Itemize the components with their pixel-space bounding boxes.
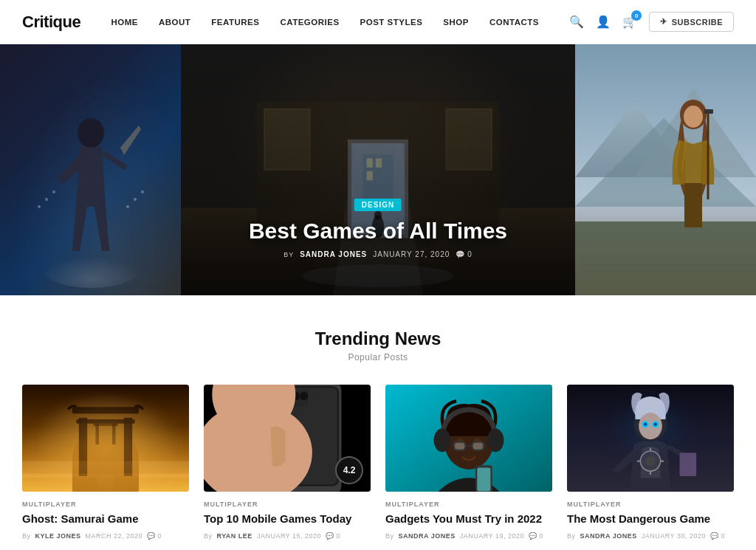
svg-point-5: [134, 198, 137, 201]
hero-title: Best Games of All Times: [201, 219, 556, 243]
nav-categories[interactable]: Categories: [280, 18, 339, 27]
right-slide-bg: [575, 44, 756, 295]
warrior-silhouette: [24, 89, 157, 295]
hero-slider: Design Best Games of All Times By Sandra…: [0, 44, 756, 295]
card-1-category: Multiplayer: [22, 501, 189, 508]
card-4-meta: By Sandra Jones January 30, 2020 💬 0: [567, 532, 734, 540]
cart-icon[interactable]: 🛒 0: [622, 15, 637, 29]
card-4-image: [567, 385, 734, 492]
header-actions: 🔍 👤 🛒 0 ✈ Subscribe: [569, 12, 734, 32]
trending-section: Trending News Popular Posts: [0, 295, 756, 550]
hero-author: Sandra Jones: [300, 250, 367, 258]
card-4-category: Multiplayer: [567, 501, 734, 508]
svg-rect-27: [575, 221, 756, 295]
svg-point-60: [487, 429, 504, 453]
svg-point-0: [39, 244, 142, 288]
svg-rect-41: [93, 424, 118, 426]
svg-rect-17: [367, 159, 373, 168]
hero-meta: By Sandra Jones January 27, 2020 💬 0: [201, 250, 556, 258]
svg-rect-34: [22, 385, 189, 492]
logo[interactable]: Critique: [22, 13, 80, 32]
svg-rect-64: [472, 442, 484, 450]
card-4-title: The Most Dangerous Game: [567, 512, 734, 526]
card-3-title: Gadgets You Must Try in 2022: [385, 512, 552, 526]
hero-slide-left[interactable]: [0, 44, 181, 295]
svg-point-6: [141, 190, 144, 193]
svg-point-1: [78, 118, 104, 148]
svg-rect-39: [124, 418, 132, 476]
section-header: Trending News Popular Posts: [22, 329, 734, 362]
user-icon[interactable]: 👤: [596, 15, 611, 29]
hero-content: Design Best Games of All Times By Sandra…: [201, 197, 556, 258]
svg-rect-63: [454, 442, 466, 450]
svg-rect-32: [684, 183, 693, 227]
cards-grid: Multiplayer Ghost: Samurai Game By Kyle …: [22, 385, 734, 540]
svg-rect-44: [22, 461, 189, 478]
cart-badge: 0: [631, 10, 642, 21]
svg-rect-43: [112, 424, 116, 444]
search-icon[interactable]: 🔍: [569, 15, 584, 29]
card-1-meta: By Kyle Jones March 22, 2020 💬 0: [22, 532, 189, 540]
svg-rect-18: [376, 159, 382, 168]
card-4-comments: 💬 0: [710, 532, 725, 540]
svg-rect-33: [693, 183, 702, 227]
nav-contacts[interactable]: Contacts: [489, 18, 539, 27]
svg-rect-36: [72, 407, 139, 413]
hero-slide-right[interactable]: [575, 44, 756, 295]
main-nav: Home About Features Categories Post Styl…: [111, 18, 539, 27]
svg-point-53: [300, 392, 308, 400]
nav-features[interactable]: Features: [211, 18, 259, 27]
card-2-rating: 4.2: [335, 456, 363, 484]
card-2-title: Top 10 Mobile Games Today: [204, 512, 371, 526]
card-2-category: Multiplayer: [204, 501, 371, 508]
hero-tag: Design: [354, 199, 402, 211]
hero-date: January 27, 2020: [373, 250, 450, 258]
svg-rect-11: [264, 109, 310, 170]
svg-rect-80: [567, 385, 734, 492]
svg-point-4: [38, 205, 41, 208]
card-1-title: Ghost: Samurai Game: [22, 512, 189, 526]
svg-rect-19: [367, 171, 373, 180]
nav-shop[interactable]: Shop: [443, 18, 469, 27]
svg-point-22: [302, 264, 453, 287]
card-2-meta: By Ryan Lee January 15, 2020 💬 0: [204, 532, 371, 540]
nav-home[interactable]: Home: [111, 18, 138, 27]
hero-comments: 💬 0: [456, 250, 472, 258]
svg-point-2: [45, 198, 48, 201]
card-2-comments: 💬 0: [326, 532, 340, 540]
nav-post-styles[interactable]: Post Styles: [360, 18, 423, 27]
hero-slide-main[interactable]: Design Best Games of All Times By Sandra…: [181, 44, 575, 295]
card-3-image: [385, 385, 552, 492]
card-1[interactable]: Multiplayer Ghost: Samurai Game By Kyle …: [22, 385, 189, 540]
card-3-category: Multiplayer: [385, 501, 552, 508]
subscribe-button[interactable]: ✈ Subscribe: [649, 12, 734, 32]
svg-rect-31: [704, 109, 713, 114]
card-3[interactable]: Multiplayer Gadgets You Must Try in 2022…: [385, 385, 552, 540]
hero-author-prefix: By: [284, 251, 294, 258]
svg-point-59: [434, 429, 451, 453]
svg-point-3: [52, 190, 55, 193]
card-1-comments: 💬 0: [147, 532, 162, 540]
svg-rect-38: [79, 418, 87, 476]
svg-rect-40: [97, 476, 114, 492]
card-3-meta: By Sandra Jones January 19, 2020 💬 0: [385, 532, 552, 540]
nav-about[interactable]: About: [159, 18, 190, 27]
svg-rect-42: [95, 424, 99, 444]
svg-rect-67: [477, 468, 490, 492]
svg-rect-35: [22, 385, 189, 492]
card-1-image: [22, 385, 189, 492]
svg-point-29: [684, 106, 703, 128]
svg-rect-37: [76, 419, 134, 424]
section-title: Trending News: [22, 329, 734, 349]
section-subtitle: Popular Posts: [22, 352, 734, 362]
card-2[interactable]: 4.2 Multiplayer Top 10 Mobile Games Toda…: [204, 385, 371, 540]
subscribe-icon: ✈: [660, 17, 667, 27]
card-4[interactable]: Multiplayer The Most Dangerous Game By S…: [567, 385, 734, 540]
svg-rect-45: [22, 474, 189, 492]
header: Critique Home About Features Categories …: [0, 0, 756, 44]
svg-rect-12: [446, 109, 492, 170]
svg-point-7: [126, 205, 129, 208]
card-3-comments: 💬 0: [529, 532, 543, 540]
